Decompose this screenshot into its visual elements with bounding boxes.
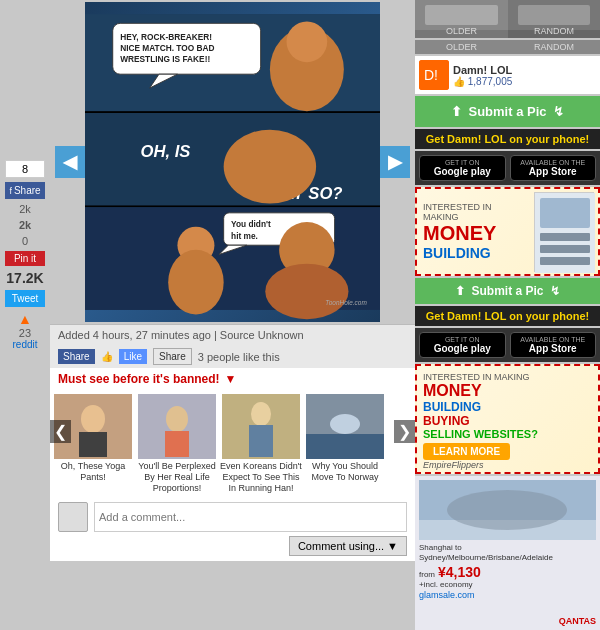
like-count: 2k — [19, 219, 31, 231]
learn-more-button[interactable]: LEARN MORE — [423, 443, 510, 460]
meta-row: Added 4 hours, 27 minutes ago | Source U… — [50, 324, 415, 345]
submit-pic-button-1[interactable]: ⬆ Submit a Pic ↯ — [415, 96, 600, 127]
people-like-text: 3 people like this — [198, 351, 280, 363]
random-label: RANDOM — [534, 26, 574, 36]
damn-title: Damn! LOL — [453, 64, 512, 76]
ad1-image — [534, 192, 594, 272]
fb-like-icon: 👍 — [453, 76, 465, 87]
random-label-text: RANDOM — [508, 40, 600, 54]
app-store-main-text-1: App Store — [529, 166, 577, 177]
ad1-money: MONEY — [423, 222, 496, 245]
svg-point-7 — [286, 21, 327, 62]
right-sidebar: OLDER RANDOM OLDER RANDOM D! Damn! LOL 👍… — [415, 0, 600, 630]
nav-row: ◀ — [50, 0, 415, 324]
svg-text:hit me.: hit me. — [231, 231, 258, 241]
empire-building: BUILDING — [423, 400, 481, 414]
bottom-ad[interactable]: Shanghai to Sydney/Melbourne/Brisbane/Ad… — [415, 476, 600, 630]
reddit-area: ▲ 23 reddit — [12, 311, 37, 350]
must-see-bar: Must see before it's banned! ▼ — [50, 368, 415, 390]
fb-share-button[interactable]: f Share — [5, 182, 45, 199]
share-count: 8 — [5, 160, 45, 178]
google-play-main-text-1: Google play — [434, 166, 491, 177]
fb-small-share-button[interactable]: Share — [58, 349, 95, 364]
thumb-img-2 — [138, 394, 216, 459]
bottom-per-text: +incl. economy — [419, 580, 596, 590]
reddit-up-arrow[interactable]: ▲ — [12, 311, 37, 327]
comment-input[interactable] — [94, 502, 407, 532]
bottom-ad-image — [419, 480, 596, 540]
comment-avatar — [58, 502, 88, 532]
prev-button[interactable]: ◀ — [55, 146, 85, 178]
app-store-small-text-2: AVAILABLE ON THE — [520, 336, 585, 343]
svg-point-36 — [330, 414, 360, 434]
svg-text:HEY, ROCK-BREAKER!: HEY, ROCK-BREAKER! — [120, 32, 212, 42]
thumb-item-2[interactable]: You'll Be Perplexed By Her Real Life Pro… — [136, 394, 218, 493]
pinit-button[interactable]: Pin it — [5, 251, 45, 266]
ad1-interested: INTERESTED IN MAKING — [423, 202, 528, 222]
empire-selling: SELLING WEBSITES? — [423, 428, 538, 440]
ad-banner-1[interactable]: INTERESTED IN MAKING MONEY BUILDING — [415, 187, 600, 276]
bottom-link[interactable]: glamsale.com — [419, 590, 596, 600]
like-button[interactable]: Like — [119, 349, 147, 364]
must-see-arrow: ▼ — [225, 372, 237, 386]
comment-submit-button[interactable]: Comment using... ▼ — [289, 536, 407, 556]
svg-rect-47 — [540, 257, 590, 265]
thumb-img-4 — [306, 394, 384, 459]
thumb-caption-4: Why You Should Move To Norway — [304, 461, 386, 483]
thumb-nav-left-button[interactable]: ❮ — [50, 420, 71, 443]
big-number: 17.2K — [6, 270, 43, 286]
svg-text:D!: D! — [424, 67, 438, 83]
bottom-from-text: from — [419, 570, 435, 580]
empire-logo: EmpireFlippers — [423, 460, 484, 470]
phone-promo-1: Get Damn! LOL on your phone! — [415, 129, 600, 149]
svg-point-23 — [265, 264, 348, 319]
damn-count: 👍 1,877,005 — [453, 76, 512, 87]
damn-lol-row: D! Damn! LOL 👍 1,877,005 — [415, 56, 600, 94]
app-store-button-2[interactable]: AVAILABLE ON THE App Store — [510, 332, 597, 358]
reddit-link[interactable]: reddit — [12, 339, 37, 350]
google-play-button-1[interactable]: GET IT ON Google play — [419, 155, 506, 181]
svg-rect-33 — [249, 425, 273, 457]
svg-rect-35 — [306, 434, 384, 459]
thumbs-icon: 👍 — [101, 351, 113, 362]
empire-buying: BUYING — [423, 414, 470, 428]
zero-count: 0 — [22, 235, 28, 247]
random-panel[interactable]: RANDOM — [508, 0, 600, 38]
svg-text:OH, IS: OH, IS — [140, 142, 190, 161]
app-store-button-1[interactable]: AVAILABLE ON THE App Store — [510, 155, 597, 181]
empire-ad[interactable]: INTERESTED IN MAKING MONEY BUILDING BUYI… — [415, 364, 600, 473]
thumbnails-row: ❮ Oh, These Yoga Pants! You'll Be Perple… — [50, 390, 415, 497]
fb-count: 2k — [19, 203, 31, 215]
phone-promo-2: Get Damn! LOL on your phone! — [415, 306, 600, 326]
svg-point-15 — [223, 130, 315, 204]
comment-btn-arrow: ▼ — [387, 540, 398, 552]
submit-pic-button-2[interactable]: ⬆ Submit a Pic ↯ — [415, 278, 600, 304]
bottom-price: ¥4,130 — [438, 564, 481, 580]
submit-pic-label-1: Submit a Pic — [468, 104, 546, 119]
svg-rect-38 — [425, 5, 498, 25]
google-play-button-2[interactable]: GET IT ON Google play — [419, 332, 506, 358]
submit-up-icon-2: ⬆ — [455, 284, 465, 298]
comment-row — [58, 502, 407, 532]
meta-text: Added 4 hours, 27 minutes ago | Source U… — [58, 329, 304, 341]
svg-point-32 — [251, 402, 271, 426]
qantas-logo: QANTAS — [559, 616, 596, 626]
empire-money: MONEY — [423, 382, 482, 400]
thumb-item-4[interactable]: Why You Should Move To Norway — [304, 394, 386, 483]
tweet-button[interactable]: Tweet — [5, 290, 45, 307]
svg-text:You didn't: You didn't — [231, 219, 271, 229]
svg-text:ToonHole.com: ToonHole.com — [325, 299, 367, 306]
thumb-nav-right-button[interactable]: ❯ — [394, 420, 415, 443]
empire-interested: INTERESTED IN MAKING — [423, 372, 530, 382]
sidebar-top-images: OLDER RANDOM — [415, 0, 600, 38]
thumb-item-3[interactable]: Even Koreans Didn't Expect To See This I… — [220, 394, 302, 493]
svg-point-29 — [166, 406, 188, 432]
google-play-small-text-1: GET IT ON — [445, 159, 480, 166]
main-content: ◀ — [50, 0, 415, 630]
older-label: OLDER — [446, 26, 477, 36]
older-panel[interactable]: OLDER — [415, 0, 508, 38]
next-button[interactable]: ▶ — [380, 146, 410, 178]
thumb-caption-1: Oh, These Yoga Pants! — [52, 461, 134, 483]
submit-up-icon: ⬆ — [451, 104, 462, 119]
share-small-button[interactable]: Share — [153, 348, 192, 365]
